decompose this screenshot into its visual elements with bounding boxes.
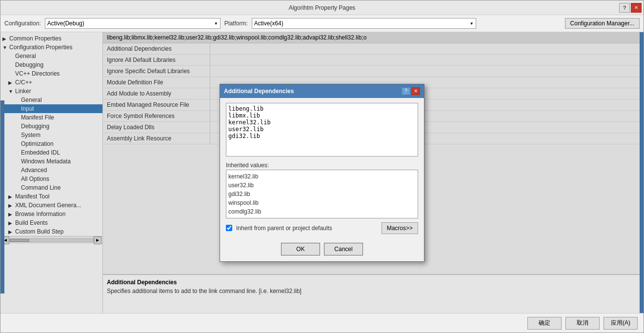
config-arrow-icon: ▼ (214, 21, 218, 26)
content-area: ▶Common Properties▼Configuration Propert… (0, 32, 644, 313)
config-row: Configuration: Active(Debug) ▼ Platform:… (0, 15, 644, 32)
platform-dropdown[interactable]: Active(x64) ▼ (252, 18, 476, 29)
apply-bottom-button[interactable]: 应用(A) (604, 317, 638, 330)
close-button[interactable]: ✕ (631, 3, 642, 13)
ok-bottom-button[interactable]: 确定 (527, 317, 562, 330)
inherited-entry: comdlg32.lib (228, 207, 416, 216)
modal-body: Inherited values: kernel32.libuser32.lib… (220, 98, 424, 239)
window-title: Algorihtm Property Pages (289, 4, 356, 11)
ok-button[interactable]: OK (281, 243, 320, 255)
modal-entries-textarea[interactable] (226, 103, 418, 157)
bottom-bar: 确定 取消 应用(A) (0, 313, 644, 333)
cancel-bottom-button[interactable]: 取消 (565, 317, 600, 330)
inherited-entry: winspool.lib (228, 198, 416, 207)
macros-button[interactable]: Macros>> (382, 222, 418, 234)
config-label: Configuration: (4, 20, 41, 27)
cancel-button[interactable]: Cancel (324, 243, 363, 255)
title-bar: Algorihtm Property Pages ? ✕ (0, 0, 644, 15)
modal-footer: OK Cancel (220, 239, 424, 261)
inherit-checkbox[interactable] (226, 225, 232, 231)
modal-overlay: Additional Dependencies ? ✕ Inherited va… (0, 32, 644, 313)
inherited-box: kernel32.libuser32.libgdi32.libwinspool.… (226, 170, 418, 218)
inherit-checkbox-label: Inherit from parent or project defaults (236, 225, 332, 232)
inherit-checkbox-row: Inherit from parent or project defaults … (226, 222, 418, 234)
modal-help-button[interactable]: ? (402, 87, 410, 95)
help-button[interactable]: ? (619, 3, 630, 13)
inherited-label: Inherited values: (226, 162, 418, 169)
platform-arrow-icon: ▼ (470, 21, 474, 26)
config-manager-button[interactable]: Configuration Manager... (565, 18, 640, 29)
config-value: Active(Debug) (47, 20, 84, 27)
inherited-entry: gdi32.lib (228, 190, 416, 198)
inherited-section: Inherited values: kernel32.libuser32.lib… (226, 162, 418, 218)
modal-title-controls: ? ✕ (402, 87, 420, 95)
inherited-entry: user32.lib (228, 181, 416, 190)
title-bar-controls: ? ✕ (619, 3, 642, 13)
platform-value: Active(x64) (254, 20, 283, 27)
platform-label: Platform: (224, 20, 248, 27)
modal-close-button[interactable]: ✕ (411, 87, 420, 95)
config-dropdown[interactable]: Active(Debug) ▼ (45, 18, 221, 29)
modal-titlebar: Additional Dependencies ? ✕ (220, 84, 424, 98)
main-window: Algorihtm Property Pages ? ✕ Configurati… (0, 0, 644, 333)
modal-title: Additional Dependencies (224, 88, 294, 95)
inherited-entry: kernel32.lib (228, 172, 416, 181)
additional-dependencies-modal: Additional Dependencies ? ✕ Inherited va… (220, 84, 424, 262)
modal-entries-area (226, 103, 418, 158)
